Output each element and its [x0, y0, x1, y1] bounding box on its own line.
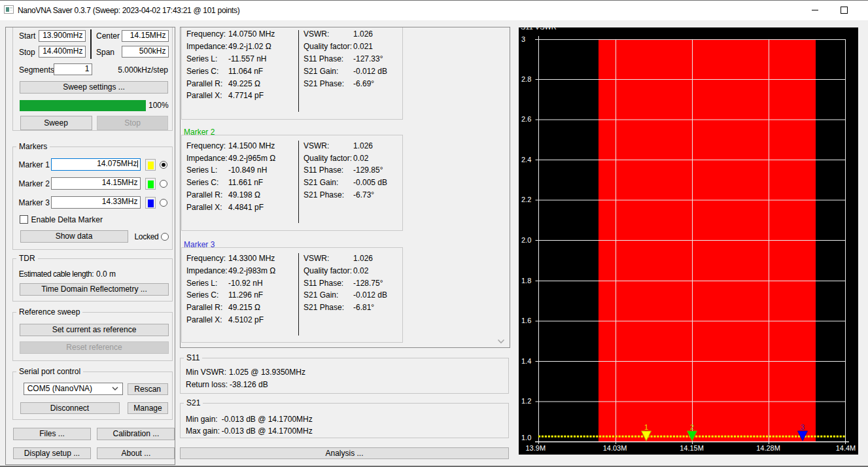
- svg-text:2: 2: [690, 423, 694, 431]
- svg-text:14.28M: 14.28M: [756, 444, 780, 452]
- svg-text:13.9M: 13.9M: [526, 444, 546, 452]
- svg-text:1.6: 1.6: [521, 317, 531, 324]
- svg-text:2.0: 2.0: [521, 236, 531, 244]
- svg-text:3: 3: [521, 35, 525, 43]
- svg-text:2.4: 2.4: [521, 156, 531, 164]
- svg-text:14.03M: 14.03M: [603, 444, 627, 452]
- svg-text:1.8: 1.8: [521, 277, 531, 285]
- svg-text:1.0: 1.0: [521, 434, 531, 441]
- svg-text:14.15M: 14.15M: [680, 444, 704, 452]
- svg-text:1.4: 1.4: [521, 357, 531, 365]
- svg-text:14.4M: 14.4M: [836, 444, 856, 452]
- svg-text:S11 VSWR: S11 VSWR: [521, 27, 557, 31]
- svg-text:2.6: 2.6: [521, 115, 531, 123]
- svg-text:2.2: 2.2: [521, 196, 531, 203]
- svg-text:2.8: 2.8: [521, 75, 531, 83]
- svg-text:3: 3: [801, 423, 805, 431]
- svg-text:1.2: 1.2: [521, 397, 531, 405]
- svg-text:1: 1: [644, 423, 648, 431]
